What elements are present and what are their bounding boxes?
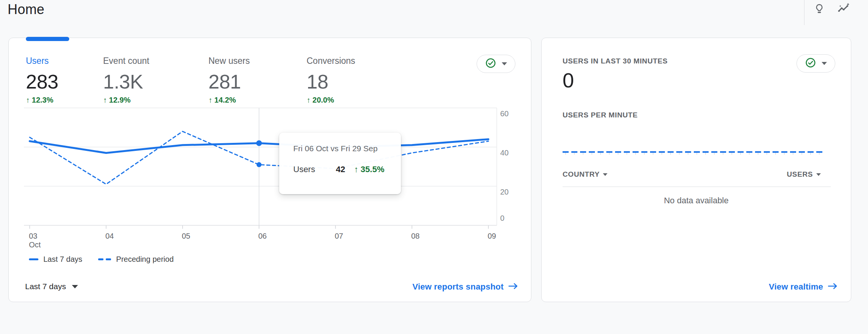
date-range-selector[interactable]: Last 7 days: [25, 282, 78, 291]
y-axis-label: 20: [500, 188, 509, 196]
spark-dash: [746, 151, 752, 155]
y-axis-label: 0: [500, 214, 504, 222]
column-header-country[interactable]: COUNTRY: [563, 170, 607, 179]
chevron-down-icon: [502, 62, 507, 65]
spark-dash: [738, 151, 744, 155]
users-last-30-minutes-value: 0: [563, 68, 574, 92]
arrow-right-icon: [828, 282, 838, 292]
metric-label: Users: [26, 55, 58, 66]
date-range-label: Last 7 days: [25, 282, 66, 291]
view-reports-snapshot-link[interactable]: View reports snapshot: [412, 282, 518, 292]
x-axis-label: 05: [182, 232, 190, 240]
metric-change: ↑ 12.9%: [103, 96, 149, 104]
x-axis-label: 06: [258, 232, 267, 240]
metric-value: 1.3K: [103, 71, 149, 93]
spark-dash: [641, 151, 647, 155]
spark-dash: [694, 151, 700, 155]
metric-change: ↑ 14.2%: [208, 96, 250, 104]
spark-dash: [685, 151, 691, 155]
column-label: COUNTRY: [563, 170, 599, 179]
spark-dash: [773, 151, 779, 155]
sort-arrow-icon: [603, 173, 607, 176]
chevron-down-icon: [822, 62, 827, 65]
insights-button[interactable]: [835, 0, 853, 18]
empty-state-message: No data available: [542, 196, 851, 206]
line-last-7-days: [30, 139, 488, 153]
spark-dash: [580, 151, 586, 155]
spark-dash: [624, 151, 630, 155]
spark-dash: [633, 151, 639, 155]
spark-dash: [703, 151, 709, 155]
metric-value: 283: [26, 71, 58, 93]
link-label: View reports snapshot: [412, 282, 504, 292]
spark-dash: [816, 151, 822, 155]
page-title: Home: [8, 2, 45, 17]
highlight-dot: [256, 140, 262, 146]
y-axis-label: 60: [500, 109, 509, 118]
column-label: USERS: [787, 170, 813, 179]
chart-tooltip: Fri 06 Oct vs Fri 29 Sep Users 42 ↑ 35.5…: [279, 133, 401, 194]
x-axis-label: 04: [105, 232, 114, 240]
users-per-minute-chart: [563, 151, 829, 155]
highlight-dot: [257, 162, 262, 167]
spark-dash: [790, 151, 796, 155]
spark-dash: [606, 151, 612, 155]
spark-dash: [615, 151, 621, 155]
line-preceding-period: [30, 131, 488, 184]
active-metric-tab-indicator: [26, 37, 69, 41]
chart-legend: Last 7 days Preceding period: [29, 254, 174, 264]
table-divider: [563, 187, 831, 187]
legend-solid-line-icon: [29, 258, 38, 260]
metric-label: Conversions: [307, 55, 355, 66]
spark-dash: [668, 151, 674, 155]
insights-hint-button[interactable]: [810, 0, 828, 18]
x-axis-label: 08: [411, 232, 420, 240]
legend-label: Last 7 days: [43, 255, 82, 264]
tooltip-date-range: Fri 06 Oct vs Fri 29 Sep: [293, 144, 390, 153]
column-header-users[interactable]: USERS: [787, 170, 821, 179]
spark-dash: [598, 151, 604, 155]
spark-dash: [720, 151, 726, 155]
spark-dash: [764, 151, 770, 155]
tooltip-metric-label: Users: [293, 165, 336, 174]
arrow-right-icon: [508, 282, 518, 292]
realtime-title: USERS IN LAST 30 MINUTES: [563, 57, 668, 65]
legend-label: Preceding period: [116, 255, 173, 264]
chevron-down-icon: [72, 285, 78, 288]
view-realtime-link[interactable]: View realtime: [769, 282, 838, 292]
spark-dash: [563, 151, 569, 155]
spark-dash: [781, 151, 787, 155]
tooltip-metric-change: ↑ 35.5%: [354, 165, 385, 174]
metric-change: ↑ 12.3%: [26, 96, 58, 104]
spark-dash: [589, 151, 595, 155]
data-quality-button[interactable]: [796, 54, 835, 73]
metric-value: 281: [208, 71, 250, 93]
metric-change: ↑ 20.0%: [307, 96, 355, 104]
realtime-table-header: COUNTRY USERS: [563, 170, 821, 179]
metric-tab-users[interactable]: Users 283 ↑ 12.3%: [26, 55, 58, 104]
spark-dash: [571, 151, 577, 155]
users-per-minute-title: USERS PER MINUTE: [563, 111, 638, 119]
metric-label: Event count: [103, 55, 149, 66]
spark-dash: [799, 151, 805, 155]
check-circle-icon: [485, 57, 496, 70]
metric-label: New users: [208, 55, 250, 66]
header-divider: [804, 0, 804, 25]
data-quality-button[interactable]: [477, 55, 515, 73]
metric-tab-event-count[interactable]: Event count 1.3K ↑ 12.9%: [103, 55, 149, 104]
spark-dash: [711, 151, 717, 155]
spark-dash: [755, 151, 761, 155]
x-axis-label: 03: [29, 232, 37, 240]
legend-dashed-line-icon: [106, 258, 111, 260]
x-axis-label: 07: [335, 232, 343, 240]
tooltip-metric-value: 42: [336, 165, 354, 174]
metric-tab-new-users[interactable]: New users 281 ↑ 14.2%: [208, 55, 250, 104]
y-axis-label: 40: [500, 149, 509, 157]
insights-sparkle-icon: [837, 3, 850, 16]
link-label: View realtime: [769, 282, 823, 292]
spark-dash: [729, 151, 735, 155]
spark-dash: [676, 151, 682, 155]
x-axis-month-label: Oct: [29, 241, 41, 249]
metric-tab-conversions[interactable]: Conversions 18 ↑ 20.0%: [307, 55, 355, 104]
spark-dash: [650, 151, 656, 155]
